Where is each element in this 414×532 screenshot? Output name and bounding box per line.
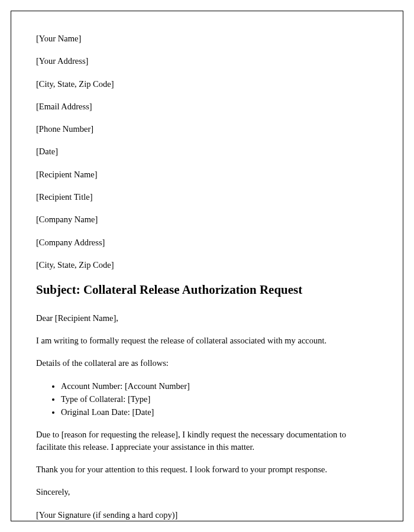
detail-loan-date: Original Loan Date: [Date] — [61, 406, 378, 418]
sender-city-state-zip: [City, State, Zip Code] — [36, 78, 378, 90]
closing-sincerely: Sincerely, — [36, 486, 378, 498]
sender-address: [Your Address] — [36, 55, 378, 67]
sender-email: [Email Address] — [36, 100, 378, 112]
letter-document: [Your Name] [Your Address] [City, State,… — [11, 11, 403, 521]
collateral-details-list: Account Number: [Account Number] Type of… — [36, 380, 378, 419]
thanks-paragraph: Thank you for your attention to this req… — [36, 463, 378, 475]
subject-line: Subject: Collateral Release Authorizatio… — [36, 281, 378, 299]
letter-date: [Date] — [36, 145, 378, 157]
recipient-name: [Recipient Name] — [36, 168, 378, 180]
company-address: [Company Address] — [36, 236, 378, 248]
detail-collateral-type: Type of Collateral: [Type] — [61, 393, 378, 405]
sender-phone: [Phone Number] — [36, 123, 378, 135]
salutation: Dear [Recipient Name], — [36, 312, 378, 324]
company-name: [Company Name] — [36, 213, 378, 225]
details-intro: Details of the collateral are as follows… — [36, 357, 378, 369]
signature-line: [Your Signature (if sending a hard copy)… — [36, 509, 378, 521]
detail-account-number: Account Number: [Account Number] — [61, 380, 378, 392]
sender-name: [Your Name] — [36, 33, 378, 44]
intro-paragraph: I am writing to formally request the rel… — [36, 335, 378, 346]
company-city-state-zip: [City, State, Zip Code] — [36, 259, 378, 271]
reason-paragraph: Due to [reason for requesting the releas… — [36, 429, 378, 453]
recipient-title: [Recipient Title] — [36, 191, 378, 203]
